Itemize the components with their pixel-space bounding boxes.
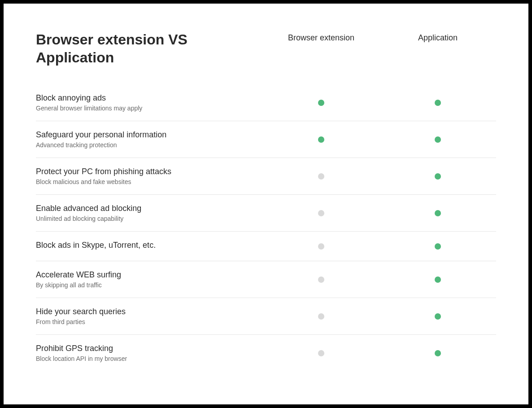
page-title: Browser extension VS Application xyxy=(36,31,254,66)
status-dot-available-icon xyxy=(435,350,441,356)
feature-cell: Hide your search queriesFrom third parti… xyxy=(36,307,263,325)
feature-title: Block annoying ads xyxy=(36,93,254,103)
application-status-cell xyxy=(379,350,496,356)
feature-cell: Enable advanced ad blockingUnlimited ad … xyxy=(36,204,263,222)
feature-cell: Block annoying adsGeneral browser limita… xyxy=(36,93,263,112)
status-dot-unavailable-icon xyxy=(318,243,324,250)
extension-status-cell xyxy=(263,243,379,250)
table-row: Block ads in Skype, uTorrent, etc. xyxy=(36,232,496,261)
comparison-table: Browser extension VS Application Browser… xyxy=(36,31,496,371)
feature-title: Prohibit GPS tracking xyxy=(36,344,254,353)
feature-cell: Prohibit GPS trackingBlock location API … xyxy=(36,344,263,362)
feature-cell: Block ads in Skype, uTorrent, etc. xyxy=(36,241,263,252)
status-dot-available-icon xyxy=(435,100,441,106)
rows-container: Block annoying adsGeneral browser limita… xyxy=(36,84,496,371)
feature-subtitle: Advanced tracking protection xyxy=(36,141,254,149)
extension-status-cell xyxy=(263,350,379,356)
extension-status-cell xyxy=(263,210,379,216)
feature-title: Hide your search queries xyxy=(36,307,254,316)
status-dot-available-icon xyxy=(435,313,441,320)
table-row: Block annoying adsGeneral browser limita… xyxy=(36,84,496,121)
table-row: Enable advanced ad blockingUnlimited ad … xyxy=(36,195,496,232)
status-dot-available-icon xyxy=(435,210,441,216)
column-header-extension: Browser extension xyxy=(263,31,379,43)
table-row: Prohibit GPS trackingBlock location API … xyxy=(36,335,496,371)
extension-status-cell xyxy=(263,173,379,180)
table-row: Protect your PC from phishing attacksBlo… xyxy=(36,158,496,195)
application-status-cell xyxy=(379,276,496,283)
status-dot-unavailable-icon xyxy=(318,210,324,216)
extension-status-cell xyxy=(263,276,379,283)
extension-status-cell xyxy=(263,313,379,320)
table-row: Accelerate WEB surfingBy skipping all ad… xyxy=(36,261,496,298)
feature-subtitle: General browser limitations may apply xyxy=(36,105,254,112)
application-status-cell xyxy=(379,136,496,143)
table-row: Safeguard your personal informationAdvan… xyxy=(36,121,496,158)
application-status-cell xyxy=(379,100,496,106)
feature-subtitle: Block location API in my browser xyxy=(36,355,254,362)
status-dot-unavailable-icon xyxy=(318,173,324,180)
status-dot-available-icon xyxy=(435,173,441,180)
application-status-cell xyxy=(379,173,496,180)
application-status-cell xyxy=(379,313,496,320)
application-status-cell xyxy=(379,210,496,216)
status-dot-available-icon xyxy=(435,243,441,250)
feature-title: Accelerate WEB surfing xyxy=(36,270,254,280)
feature-title: Safeguard your personal information xyxy=(36,130,254,140)
feature-title: Protect your PC from phishing attacks xyxy=(36,167,254,176)
table-row: Hide your search queriesFrom third parti… xyxy=(36,298,496,335)
feature-subtitle: By skipping all ad traffic xyxy=(36,281,254,289)
feature-subtitle: Unlimited ad blocking capability xyxy=(36,215,254,222)
status-dot-available-icon xyxy=(435,276,441,283)
table-header-row: Browser extension VS Application Browser… xyxy=(36,31,496,66)
page-container: Browser extension VS Application Browser… xyxy=(4,4,528,404)
column-header-application: Application xyxy=(379,31,496,43)
feature-title: Enable advanced ad blocking xyxy=(36,204,254,213)
status-dot-available-icon xyxy=(435,136,441,143)
feature-cell: Protect your PC from phishing attacksBlo… xyxy=(36,167,263,185)
feature-cell: Safeguard your personal informationAdvan… xyxy=(36,130,263,149)
title-cell: Browser extension VS Application xyxy=(36,31,263,66)
status-dot-unavailable-icon xyxy=(318,350,324,356)
status-dot-available-icon xyxy=(318,100,324,106)
extension-status-cell xyxy=(263,100,379,106)
status-dot-unavailable-icon xyxy=(318,276,324,283)
extension-status-cell xyxy=(263,136,379,143)
feature-subtitle: Block malicious and fake websites xyxy=(36,178,254,185)
feature-subtitle: From third parties xyxy=(36,318,254,325)
feature-cell: Accelerate WEB surfingBy skipping all ad… xyxy=(36,270,263,289)
application-status-cell xyxy=(379,243,496,250)
feature-title: Block ads in Skype, uTorrent, etc. xyxy=(36,241,254,250)
status-dot-available-icon xyxy=(318,136,324,143)
status-dot-unavailable-icon xyxy=(318,313,324,320)
